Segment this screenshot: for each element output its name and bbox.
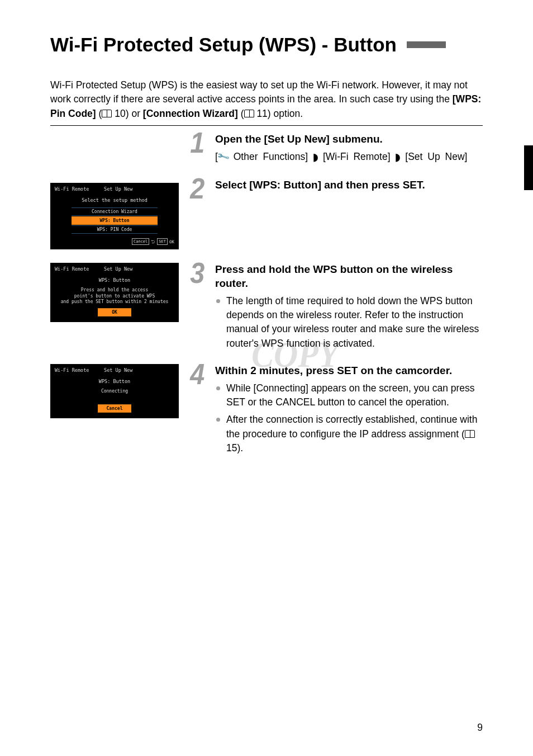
step-1-right: 1 Open the [Set Up New] submenu. [🔧 Othe… <box>215 133 483 226</box>
cam-cancel-button: Cancel <box>98 404 131 413</box>
cam-sub: WPS: Button <box>55 379 174 384</box>
cam-set-key: SET <box>157 238 168 245</box>
step-3-right: 3 Press and hold the WPS button on the w… <box>215 263 483 361</box>
cam-status-row: Cancel ⮌ SET OK <box>55 238 174 245</box>
page-title: Wi-Fi Protected Setup (WPS) - Button <box>50 34 483 56</box>
path-b: [Wi-Fi Remote] <box>323 151 391 162</box>
step-number: 2 <box>190 174 203 203</box>
step-path: [🔧 Other Functions] ◗ [Wi-Fi Remote] ◗ [… <box>215 150 483 164</box>
bullet-text-b: ). <box>237 442 243 453</box>
step-1: Wi-Fi Remote Set Up New Select the setup… <box>50 133 483 259</box>
cam-instr: Press and hold the access point's button… <box>55 287 174 305</box>
book-icon <box>465 430 475 438</box>
section-tab <box>524 145 533 190</box>
cam-title-center: Set Up New <box>89 367 147 373</box>
path-a: Other Functions] <box>234 151 308 162</box>
steps-container: Wi-Fi Remote Set Up New Select the setup… <box>50 133 483 465</box>
path-c: [Set Up New] <box>405 151 467 162</box>
step-bullets: The length of time required to hold down… <box>215 294 483 351</box>
bullet-ref: 15 <box>226 442 237 453</box>
step-4-right: 4 Within 2 minutes, press SET on the cam… <box>215 364 483 466</box>
document-page: Wi-Fi Protected Setup (WPS) - Button Wi-… <box>0 0 533 756</box>
bullet-text-a: After the connection is correctly establ… <box>226 414 477 439</box>
arrow-icon: ◗ <box>313 150 318 164</box>
step-3: Wi-Fi Remote Set Up New WPS: Button Pres… <box>50 263 483 361</box>
cam-status: Connecting <box>55 389 174 394</box>
step-number: 1 <box>190 128 203 157</box>
wrench-icon: 🔧 <box>216 149 231 164</box>
title-rule <box>407 41 446 48</box>
cam-title-center: Set Up New <box>89 186 147 192</box>
arrow-icon: ◗ <box>395 150 400 164</box>
intro-bold-2: [Connection Wizard] <box>143 108 238 119</box>
book-icon <box>244 110 254 117</box>
step-number: 4 <box>190 360 203 389</box>
step-heading: Select [WPS: Button] and then press SET. <box>215 178 483 192</box>
intro-ref-1: 10 <box>115 108 125 119</box>
book-icon <box>102 110 112 117</box>
screen-press-hold: Wi-Fi Remote Set Up New WPS: Button Pres… <box>50 263 179 322</box>
intro-paragraph: Wi-Fi Protected Setup (WPS) is the easie… <box>50 78 483 121</box>
divider <box>50 125 483 126</box>
step-heading: Within 2 minutes, press SET on the camco… <box>215 364 483 378</box>
intro-tail: ) option. <box>268 108 303 119</box>
intro-ref-2: 11 <box>256 108 267 119</box>
step-number: 3 <box>190 258 203 287</box>
cam-sub: Select the setup method <box>55 197 174 203</box>
instr-line: point's button to activate WPS <box>74 294 155 299</box>
screen-setup-method: Wi-Fi Remote Set Up New Select the setup… <box>50 183 179 249</box>
cam-ok-button: OK <box>98 308 131 316</box>
cam-ok-label: OK <box>169 239 174 244</box>
opt-connection-wizard: Connection Wizard <box>72 207 158 216</box>
intro-text: Wi-Fi Protected Setup (WPS) is the easie… <box>50 79 468 105</box>
bullet: While [Connecting] appears on the screen… <box>226 381 483 410</box>
cam-title-left: Wi-Fi Remote <box>55 186 89 192</box>
cam-title-center: Set Up New <box>89 266 147 272</box>
instr-line: Press and hold the access <box>81 287 148 292</box>
bullet: After the connection is correctly establ… <box>226 413 483 455</box>
title-text: Wi-Fi Protected Setup (WPS) - Button <box>50 34 397 56</box>
bullet: The length of time required to hold down… <box>226 294 483 351</box>
opt-wps-button: WPS: Button <box>72 216 158 225</box>
cam-title-left: Wi-Fi Remote <box>55 367 89 373</box>
cam-title-left: Wi-Fi Remote <box>55 266 89 272</box>
cam-sub: WPS: Button <box>55 277 174 283</box>
instr-line: and push the SET button within 2 minutes <box>61 299 169 304</box>
step-bullets: While [Connecting] appears on the screen… <box>215 381 483 456</box>
step-4: Wi-Fi Remote Set Up New WPS: Button Conn… <box>50 364 483 466</box>
cam-return-icon: ⮌ <box>151 239 155 244</box>
cam-cancel-key: Cancel <box>132 238 149 245</box>
page-number: 9 <box>477 722 483 734</box>
step-heading: Open the [Set Up New] submenu. <box>215 133 483 147</box>
intro-mid: ) or <box>126 108 143 119</box>
step-heading: Press and hold the WPS button on the wir… <box>215 263 483 290</box>
screen-connecting: Wi-Fi Remote Set Up New WPS: Button Conn… <box>50 364 179 418</box>
opt-wps-pin: WPS: PIN Code <box>72 225 158 234</box>
